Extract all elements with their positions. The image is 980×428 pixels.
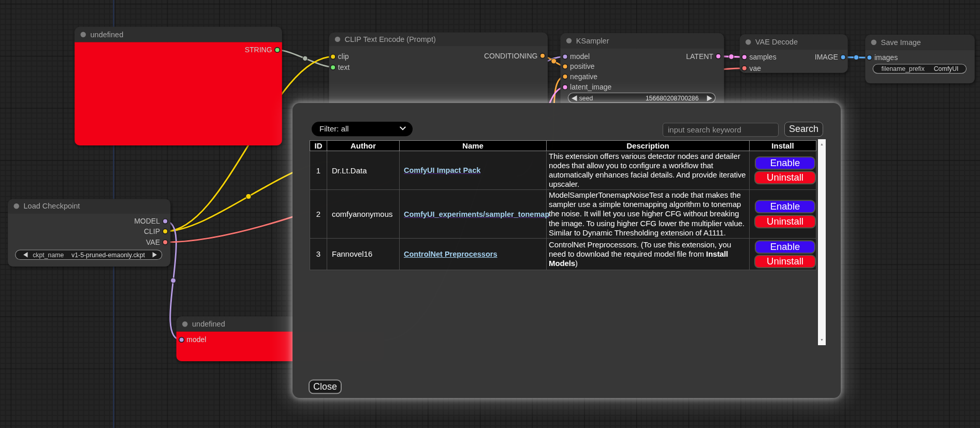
svg-text:LATENT: LATENT xyxy=(686,52,713,61)
svg-text:negative: negative xyxy=(570,72,597,81)
svg-text:CLIP Text Encode (Prompt): CLIP Text Encode (Prompt) xyxy=(345,35,436,43)
svg-text:Save Image: Save Image xyxy=(881,38,921,47)
svg-text:samples: samples xyxy=(750,53,777,61)
svg-text:CLIP: CLIP xyxy=(144,227,160,235)
svg-text:clip: clip xyxy=(338,52,349,61)
svg-text:latent_image: latent_image xyxy=(570,83,611,91)
svg-text:VAE Decode: VAE Decode xyxy=(755,38,798,46)
svg-text:CONDITIONING: CONDITIONING xyxy=(484,52,537,60)
svg-text:IMAGE: IMAGE xyxy=(815,53,838,61)
svg-text:ckpt_name: ckpt_name xyxy=(33,252,64,259)
svg-text:v1-5-pruned-emaonly.ckpt: v1-5-pruned-emaonly.ckpt xyxy=(71,252,145,259)
svg-text:KSampler: KSampler xyxy=(576,37,609,45)
svg-text:ComfyUI: ComfyUI xyxy=(934,65,959,72)
svg-text:STRING: STRING xyxy=(245,46,272,54)
svg-text:model: model xyxy=(186,335,206,344)
svg-text:undefined: undefined xyxy=(192,320,225,328)
svg-text:VAE: VAE xyxy=(146,238,160,246)
svg-text:positive: positive xyxy=(570,62,595,70)
svg-text:undefined: undefined xyxy=(91,31,124,39)
svg-text:model: model xyxy=(570,52,590,61)
svg-text:filename_prefix: filename_prefix xyxy=(882,65,925,72)
svg-text:MODEL: MODEL xyxy=(134,217,160,225)
svg-text:Load Checkpoint: Load Checkpoint xyxy=(24,202,80,210)
svg-text:images: images xyxy=(874,53,898,62)
svg-text:text: text xyxy=(338,63,350,71)
svg-text:156680208700286: 156680208700286 xyxy=(646,95,699,102)
svg-text:vae: vae xyxy=(750,64,762,72)
svg-text:seed: seed xyxy=(579,95,593,102)
